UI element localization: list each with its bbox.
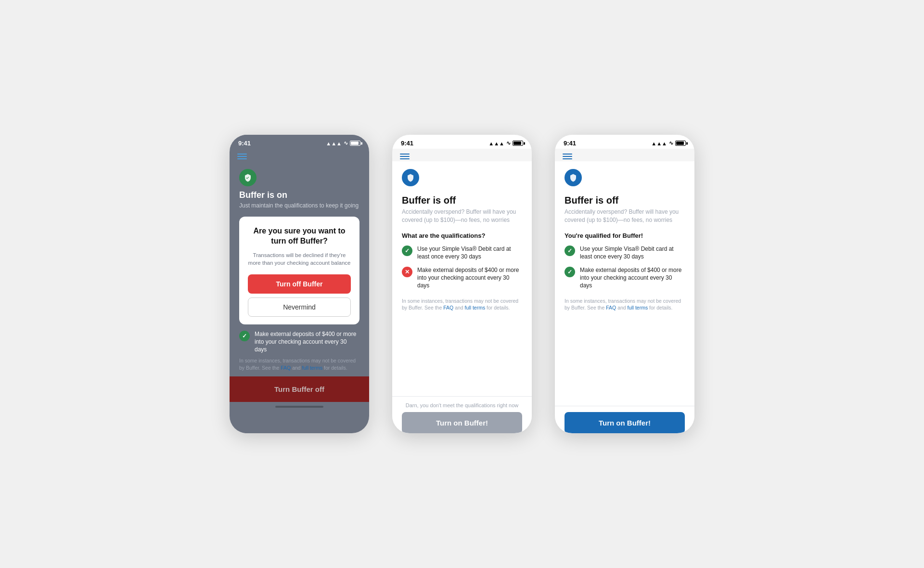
faq-link-3[interactable]: FAQ	[606, 305, 616, 310]
wifi-icon-3: ∿	[669, 140, 673, 146]
phone2-body: Buffer is off Accidentally overspend? Bu…	[392, 161, 532, 433]
check-item-3-2: ✓ Make external deposits of $400 or more…	[565, 266, 685, 290]
shield-circle-2	[402, 169, 419, 186]
modal-card: Are you sure you want to turn off Buffer…	[239, 217, 359, 324]
phone3-body: Buffer is off Accidentally overspend? Bu…	[555, 161, 694, 433]
check-mark-2-1: ✓	[405, 248, 410, 254]
phone3-subtitle: Accidentally overspend? Buffer will have…	[565, 208, 685, 224]
check-mark-3-2: ✓	[567, 269, 572, 275]
hamburger-menu-3[interactable]	[555, 149, 694, 161]
shield-circle-3	[565, 169, 582, 186]
terms-link-3[interactable]: full terms	[628, 305, 648, 310]
small-note-3: In some instances, transactions may not …	[565, 297, 685, 311]
turn-on-buffer-button-2[interactable]: Turn on Buffer!	[402, 412, 522, 433]
check-circle-3-1: ✓	[565, 245, 575, 256]
hamburger-menu-2[interactable]	[392, 149, 532, 161]
shield-icon-3	[569, 173, 578, 182]
small-note-2: In some instances, transactions may not …	[402, 297, 522, 311]
wifi-icon-2: ∿	[506, 140, 511, 146]
spacer-3	[565, 311, 685, 406]
phone3-section-header: You're qualified for Buffer!	[565, 232, 685, 239]
faq-link-1[interactable]: FAQ	[281, 365, 291, 371]
check-mark-1: ✓	[242, 333, 247, 339]
terms-link-2[interactable]: full terms	[465, 305, 486, 310]
signal-icon-1: ▲▲▲	[326, 141, 342, 146]
phone-1: 9:41 ▲▲▲ ∿ Buffer is o	[230, 135, 369, 433]
for-text-3: for details.	[649, 305, 672, 310]
bottom-section-2: Darn, you don't meet the qualifications …	[392, 396, 532, 433]
shield-container-2	[402, 169, 522, 186]
time-3: 9:41	[564, 140, 576, 147]
phone2-title: Buffer is off	[402, 195, 522, 206]
phone1-subtitle: Just maintain the qualifications to keep…	[239, 202, 359, 209]
small-note-1: In some instances, transactions may not …	[239, 357, 359, 371]
wifi-icon-1: ∿	[344, 140, 348, 146]
status-icons-2: ▲▲▲ ∿	[488, 140, 523, 146]
shield-container-1	[239, 169, 359, 186]
time-2: 9:41	[401, 140, 413, 147]
battery-icon-3	[675, 141, 686, 146]
check-label-2-2: Make external deposits of $400 or more i…	[417, 266, 522, 290]
turn-on-buffer-button-3[interactable]: Turn on Buffer!	[565, 412, 685, 433]
status-bar-2: 9:41 ▲▲▲ ∿	[392, 135, 532, 149]
screens-container: 9:41 ▲▲▲ ∿ Buffer is o	[0, 96, 924, 472]
check-label-1: Make external deposits of $400 or more i…	[255, 330, 359, 354]
status-icons-3: ▲▲▲ ∿	[651, 140, 686, 146]
check-label-3-2: Make external deposits of $400 or more i…	[580, 266, 685, 290]
spacer-2	[402, 311, 522, 396]
modal-desc: Transactions will be declined if they're…	[248, 251, 351, 267]
phone2-subtitle: Accidentally overspend? Buffer will have…	[402, 208, 522, 224]
status-bar-1: 9:41 ▲▲▲ ∿	[230, 135, 369, 149]
shield-circle-1	[239, 169, 257, 186]
check-item-2-2: ✕ Make external deposits of $400 or more…	[402, 266, 522, 290]
battery-icon-1	[350, 141, 360, 146]
check-circle-2-green: ✓	[402, 245, 412, 256]
faq-link-2[interactable]: FAQ	[443, 305, 453, 310]
check-mark-3-1: ✓	[567, 248, 572, 254]
for-text-1: for details.	[324, 365, 347, 371]
turn-buffer-off-button[interactable]: Turn Buffer off	[230, 376, 369, 402]
check-label-2-1: Use your Simple Visa® Debit card at leas…	[417, 245, 522, 260]
time-1: 9:41	[238, 140, 251, 147]
home-bar-1	[275, 406, 323, 408]
check-item-1: ✓ Make external deposits of $400 or more…	[239, 330, 359, 354]
check-label-3-1: Use your Simple Visa® Debit card at leas…	[580, 245, 685, 260]
check-circle-2-red: ✕	[402, 267, 412, 277]
phone1-body: Buffer is on Just maintain the qualifica…	[230, 169, 369, 372]
battery-icon-2	[513, 141, 523, 146]
check-mark-2-2: ✕	[405, 269, 410, 275]
hamburger-menu-1[interactable]	[230, 149, 369, 161]
check-item-3-1: ✓ Use your Simple Visa® Debit card at le…	[565, 245, 685, 260]
signal-icon-3: ▲▲▲	[651, 141, 667, 146]
phone1-title: Buffer is on	[239, 190, 359, 200]
status-bar-3: 9:41 ▲▲▲ ∿	[555, 135, 694, 149]
status-icons-1: ▲▲▲ ∿	[326, 140, 360, 146]
phone3-title: Buffer is off	[565, 195, 685, 206]
check-item-2-1: ✓ Use your Simple Visa® Debit card at le…	[402, 245, 522, 260]
phone-3: 9:41 ▲▲▲ ∿ Buffer	[555, 135, 694, 433]
modal-title: Are you sure you want to turn off Buffer…	[248, 226, 351, 246]
for-text-2: for details.	[487, 305, 510, 310]
shield-container-3	[565, 169, 685, 186]
shield-icon-1	[244, 173, 252, 182]
bottom-section-3: Turn on Buffer!	[555, 406, 694, 433]
turn-off-buffer-button[interactable]: Turn off Buffer	[248, 274, 351, 294]
check-circle-green-1: ✓	[239, 331, 250, 341]
phone2-section-header: What are the qualifications?	[402, 232, 522, 239]
terms-link-1[interactable]: full terms	[302, 365, 323, 371]
phone-2: 9:41 ▲▲▲ ∿ Buffer	[392, 135, 532, 433]
dont-qualify-text: Darn, you don't meet the qualifications …	[402, 402, 522, 408]
home-indicator-1	[230, 402, 369, 412]
check-circle-3-2: ✓	[565, 267, 575, 277]
shield-icon-2	[406, 173, 415, 182]
nevermind-button[interactable]: Nevermind	[248, 297, 351, 317]
signal-icon-2: ▲▲▲	[488, 141, 504, 146]
